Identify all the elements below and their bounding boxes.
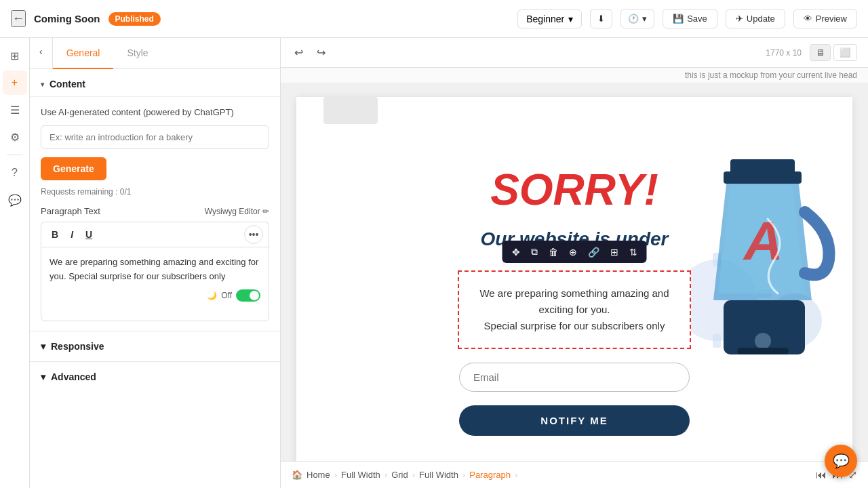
breadcrumb-bar: 🏠 Home › Full Width › Grid › Full Width … (281, 461, 868, 488)
level-label: Beginner (526, 14, 564, 24)
toggle-switch[interactable] (236, 289, 260, 302)
grid-icon[interactable]: ⊞ (608, 245, 621, 259)
sidebar-item-settings[interactable]: ⚙ (3, 125, 27, 149)
canvas-scroll[interactable]: A SORRY! Our website is under ✥ ⧉ 🗑 (281, 83, 868, 461)
sidebar-item-chat[interactable]: 💬 (3, 188, 27, 212)
canvas-toolbar: ↩ ↪ 1770 x 10 🖥 ⬜ (281, 38, 868, 68)
sidebar-item-pages[interactable]: ⊞ (3, 43, 27, 68)
save-button[interactable]: 💾 Save (663, 9, 717, 28)
top-bar-placeholder (323, 97, 378, 124)
content-section-body: Use AI-generated content (powered by Cha… (30, 97, 280, 331)
section-arrow-responsive: ▾ (41, 341, 45, 352)
tablet-view-button[interactable]: ⬜ (833, 44, 857, 61)
eye-icon: 👁 (804, 14, 812, 24)
panel-content: ▾ Content Use AI-generated content (powe… (30, 69, 280, 488)
svg-point-7 (755, 333, 771, 349)
redo-button[interactable]: ↪ (314, 43, 328, 62)
delete-icon[interactable]: 🗑 (546, 245, 561, 259)
save-icon: 💾 (673, 14, 684, 24)
preview-button[interactable]: 👁 Preview (793, 9, 857, 28)
copy-icon[interactable]: ⧉ (528, 245, 540, 259)
underline-button[interactable]: U (81, 227, 97, 242)
selected-text-box[interactable]: We are preparing something amazing and e… (458, 270, 690, 349)
panel-back-button[interactable]: ‹ (30, 38, 53, 68)
sidebar-item-add[interactable]: + (3, 70, 27, 95)
canvas-area: ↩ ↪ 1770 x 10 🖥 ⬜ this is just a mockup … (281, 38, 868, 488)
breadcrumb-item-fullwidth2[interactable]: Full Width (419, 470, 458, 480)
svg-rect-2 (713, 334, 721, 348)
sidebar-item-help[interactable]: ? (3, 161, 27, 185)
home-icon: 🏠 (292, 470, 302, 480)
link-icon[interactable]: 🔗 (585, 245, 602, 259)
sorry-title: SORRY! (490, 165, 658, 215)
breadcrumb-prev-button[interactable]: ⏮ (816, 468, 827, 481)
duplicate-icon[interactable]: ⊕ (566, 245, 580, 259)
swap-icon[interactable]: ⇅ (627, 245, 640, 259)
responsive-section-header[interactable]: ▾ Responsive (30, 331, 280, 361)
page-title: Coming Soon (34, 13, 100, 24)
email-input[interactable] (459, 363, 690, 392)
svg-rect-8 (737, 348, 789, 354)
panel: ‹ General Style ▾ Content Use AI-generat… (30, 38, 281, 488)
moon-icon: 🌙 (207, 289, 217, 302)
breadcrumb-item-fullwidth1[interactable]: Full Width (341, 470, 380, 480)
chat-bubble-icon: 💬 (833, 453, 850, 469)
requests-remaining: Requests remaining : 0/1 (41, 187, 269, 197)
download-button[interactable]: ⬇ (590, 9, 612, 28)
wysiwyg-label[interactable]: Wysiwyg Editor ✏ (205, 207, 269, 216)
breadcrumb-sep-2: › (384, 470, 387, 480)
content-section-header[interactable]: ▾ Content (30, 69, 280, 97)
responsive-label: Responsive (51, 341, 104, 352)
download-icon: ⬇ (597, 14, 605, 24)
panel-tabs: ‹ General Style (30, 38, 280, 69)
history-button[interactable]: 🕐 ▾ (620, 9, 654, 28)
notify-button[interactable]: NOTIFY ME (459, 405, 690, 436)
sidebar-divider (7, 155, 23, 155)
italic-button[interactable]: I (66, 227, 78, 242)
breadcrumb-sep-1: › (334, 470, 337, 480)
body-text: We are preparing something amazing and e… (479, 285, 669, 334)
back-button[interactable]: ← (11, 10, 26, 27)
more-tools-button[interactable]: ••• (244, 225, 263, 244)
breadcrumb-sep-5: › (515, 470, 517, 480)
svg-text:A: A (743, 211, 783, 271)
float-toolbar: ✥ ⧉ 🗑 ⊕ 🔗 ⊞ ⇅ (502, 241, 647, 263)
top-header: ← Coming Soon Published Beginner ▾ ⬇ 🕐 ▾… (0, 0, 868, 38)
breadcrumb-sep-3: › (412, 470, 415, 480)
chevron-down-icon2: ▾ (642, 14, 647, 24)
advanced-label: Advanced (51, 371, 96, 382)
published-badge: Published (108, 12, 161, 26)
update-button[interactable]: ✈ Update (726, 9, 785, 28)
breadcrumb-item-home[interactable]: 🏠 Home (292, 470, 330, 480)
desktop-view-button[interactable]: 🖥 (810, 44, 831, 61)
editor-content: We are preparing something amazing and e… (50, 257, 258, 281)
view-toggle-group: 🖥 ⬜ (810, 44, 857, 61)
svg-rect-10 (730, 159, 795, 174)
sidebar-item-layers[interactable]: ☰ (3, 98, 27, 122)
text-editor[interactable]: We are preparing something amazing and e… (41, 247, 269, 321)
generate-button[interactable]: Generate (41, 157, 106, 180)
breadcrumb-item-paragraph[interactable]: Paragraph (469, 470, 511, 480)
editor-footer: 🌙 Off (50, 284, 260, 302)
ai-description: Use AI-generated content (powered by Cha… (41, 106, 269, 119)
chat-bubble-button[interactable]: 💬 (825, 445, 857, 477)
tab-general[interactable]: General (53, 38, 114, 69)
tab-style[interactable]: Style (113, 38, 161, 69)
history-icon: 🕐 (628, 14, 639, 24)
canvas-frame: A SORRY! Our website is under ✥ ⧉ 🗑 (296, 97, 852, 461)
move-icon[interactable]: ✥ (509, 245, 523, 259)
ai-prompt-input[interactable] (41, 125, 269, 149)
advanced-section-header[interactable]: ▾ Advanced (30, 361, 280, 392)
undo-button[interactable]: ↩ (292, 43, 306, 62)
bold-button[interactable]: B (47, 227, 63, 242)
main-area: ⊞ + ☰ ⚙ ? 💬 ‹ General Style ▾ Content Us… (0, 38, 868, 488)
chevron-down-icon: ▾ (568, 14, 573, 24)
canvas-size-info: 1770 x 10 (766, 48, 802, 58)
content-section-label: Content (50, 79, 85, 89)
section-arrow-icon: ▾ (41, 81, 44, 88)
level-dropdown[interactable]: Beginner ▾ (517, 9, 582, 28)
section-arrow-advanced: ▾ (41, 371, 45, 382)
breadcrumb-item-grid[interactable]: Grid (391, 470, 408, 480)
text-toolbar: B I U ••• (41, 222, 269, 247)
icon-sidebar: ⊞ + ☰ ⚙ ? 💬 (0, 38, 30, 488)
